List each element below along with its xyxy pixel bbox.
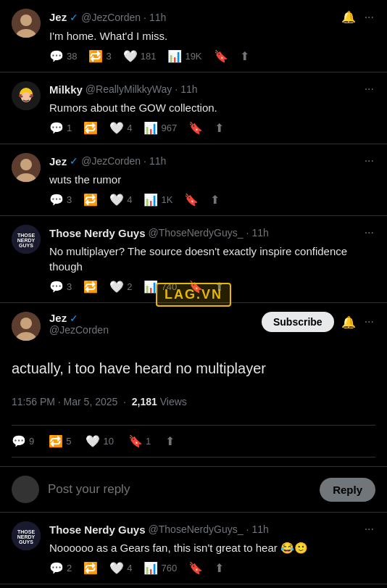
comments-stat-1[interactable]: 💬 38 [49, 49, 77, 63]
time-2: 11h [180, 83, 197, 95]
reply-like-icon-1: 🤍 [109, 561, 124, 575]
tweet-header-3: Jez ✓ @JezCorden · 11h ··· [49, 153, 375, 169]
expanded-bookmark-icon: 🔖 [128, 434, 143, 448]
like-icon-2: 🤍 [109, 121, 124, 135]
tweet-content-1: Jez ✓ @JezCorden · 11h 🔔 ··· I'm home. W… [49, 9, 375, 63]
handle-3: @JezCorden [81, 155, 141, 167]
expanded-verified-badge: ✓ [70, 312, 78, 324]
avatar-nerdy-reply1: THOSE NERDY GUYS [12, 521, 41, 550]
svg-text:NERDY: NERDY [17, 534, 36, 539]
bookmark-icon-1: 🔖 [214, 49, 228, 63]
tweet-stats-3: 💬 3 🔁 🤍 4 📊 1K 🔖 ⬆ [49, 193, 375, 207]
notifications-btn-expanded[interactable]: 🔔 [340, 314, 357, 331]
dot-3: · [143, 155, 146, 167]
notifications-btn-1[interactable]: 🔔 [340, 9, 357, 25]
reply-input[interactable] [48, 482, 311, 497]
retweets-stat-3[interactable]: 🔁 [83, 193, 98, 207]
tweet-text-3: wuts the rumor [49, 172, 375, 187]
share-stat-2[interactable]: ⬆ [215, 121, 224, 135]
reply-tweet-header-left-1: Those Nerdy Guys @ThoseNerdyGuys_ · 11h [49, 523, 363, 536]
bookmark-icon-3: 🔖 [184, 193, 199, 207]
expanded-views-label: Views [160, 396, 187, 407]
more-btn-2[interactable]: ··· [363, 81, 375, 97]
retweets-stat-4[interactable]: 🔁 [83, 280, 98, 294]
svg-point-7 [21, 96, 23, 98]
expanded-likes-count: 10 [103, 436, 113, 447]
likes-stat-4[interactable]: 🤍 2 [109, 280, 132, 294]
share-stat-4[interactable]: ⬆ [215, 280, 224, 294]
likes-count-1: 181 [141, 51, 157, 62]
expanded-header-left: Jez ✓ @JezCorden [49, 312, 109, 336]
svg-point-10 [20, 159, 32, 170]
expanded-bookmarks-stat[interactable]: 🔖 1 [128, 434, 151, 448]
share-stat-3[interactable]: ⬆ [210, 193, 220, 207]
dot-1: · [143, 12, 146, 23]
reply-share-stat-1[interactable]: ⬆ [215, 561, 224, 575]
views-icon-1: 📊 [167, 49, 182, 63]
retweets-count-1: 3 [106, 51, 111, 62]
views-icon-2: 📊 [143, 121, 158, 135]
reply-bookmark-stat-1[interactable]: 🔖 [188, 561, 203, 575]
more-btn-3[interactable]: ··· [363, 153, 375, 169]
reply-retweets-stat-1[interactable]: 🔁 [83, 561, 98, 575]
views-stat-4[interactable]: 📊 740 [143, 280, 177, 294]
tweet-header-4: Those Nerdy Guys @ThoseNerdyGuys_ · 11h … [49, 225, 375, 241]
reply-likes-stat-1[interactable]: 🤍 4 [109, 561, 132, 575]
username-3: Jez [49, 155, 67, 167]
tweet-text-2: Rumors about the GOW collection. [49, 100, 375, 115]
views-stat-1[interactable]: 📊 19K [167, 49, 201, 63]
subscribe-button[interactable]: Subscribe [262, 312, 334, 332]
comments-stat-4[interactable]: 💬 3 [49, 280, 72, 294]
expanded-comments-stat[interactable]: 💬 9 [12, 434, 34, 448]
bookmark-stat-4[interactable]: 🔖 [188, 280, 203, 294]
likes-stat-2[interactable]: 🤍 4 [109, 121, 132, 135]
bookmark-stat-3[interactable]: 🔖 [184, 193, 199, 207]
likes-stat-3[interactable]: 🤍 4 [109, 193, 132, 207]
expanded-retweets-stat[interactable]: 🔁 5 [49, 434, 71, 448]
expanded-retweets-count: 5 [66, 436, 71, 447]
more-btn-4[interactable]: ··· [363, 225, 375, 241]
username-2: Milkky [49, 83, 83, 96]
bookmark-stat-1[interactable]: 🔖 [214, 49, 228, 63]
avatar-jez-expanded [12, 312, 41, 341]
svg-point-8 [30, 96, 32, 98]
retweets-stat-1[interactable]: 🔁 3 [88, 49, 111, 63]
avatar-milkky [12, 81, 41, 110]
bookmark-stat-2[interactable]: 🔖 [188, 121, 203, 135]
reply-comments-stat-1[interactable]: 💬 2 [49, 561, 72, 575]
tweet-actions-top-4: ··· [363, 225, 375, 241]
comment-icon-1: 💬 [49, 49, 64, 63]
username-4: Those Nerdy Guys [49, 227, 146, 239]
more-btn-1[interactable]: ··· [363, 9, 375, 25]
reply-more-btn-1[interactable]: ··· [363, 521, 375, 537]
expanded-handle: @JezCorden [49, 324, 109, 336]
tweet-stats-2: 💬 1 🔁 🤍 4 📊 967 🔖 ⬆ [49, 121, 375, 135]
comments-stat-3[interactable]: 💬 3 [49, 193, 72, 207]
expanded-username: Jez [49, 312, 67, 324]
bookmark-icon-2: 🔖 [188, 121, 203, 135]
more-btn-expanded[interactable]: ··· [363, 314, 375, 330]
reply-likes-count-1: 4 [127, 563, 132, 573]
views-stat-3[interactable]: 📊 1K [143, 193, 172, 207]
svg-point-1 [20, 15, 32, 26]
share-stat-1[interactable]: ⬆ [240, 49, 249, 63]
tweet-actions-top-2: ··· [363, 81, 375, 97]
reply-comment-icon-1: 💬 [49, 561, 64, 575]
reply-share-icon-1: ⬆ [215, 561, 224, 575]
svg-text:NERDY: NERDY [17, 238, 36, 243]
retweets-stat-2[interactable]: 🔁 [83, 121, 98, 135]
share-icon-3: ⬆ [210, 193, 220, 207]
expanded-likes-stat[interactable]: 🤍 10 [86, 434, 113, 448]
views-icon-3: 📊 [143, 193, 158, 207]
views-stat-2[interactable]: 📊 967 [143, 121, 177, 135]
reply-avatar [12, 476, 39, 503]
likes-stat-1[interactable]: 🤍 181 [123, 49, 157, 63]
expanded-like-icon: 🤍 [86, 434, 100, 448]
expanded-timestamp: 11:56 PM · Mar 5, 2025 [12, 396, 117, 407]
reply-views-stat-1[interactable]: 📊 760 [143, 561, 177, 575]
reply-username-1: Those Nerdy Guys [49, 523, 146, 536]
comment-icon-3: 💬 [49, 193, 64, 207]
comments-stat-2[interactable]: 💬 1 [49, 121, 72, 135]
reply-button[interactable]: Reply [320, 478, 375, 502]
expanded-share-stat[interactable]: ⬆ [165, 434, 175, 448]
